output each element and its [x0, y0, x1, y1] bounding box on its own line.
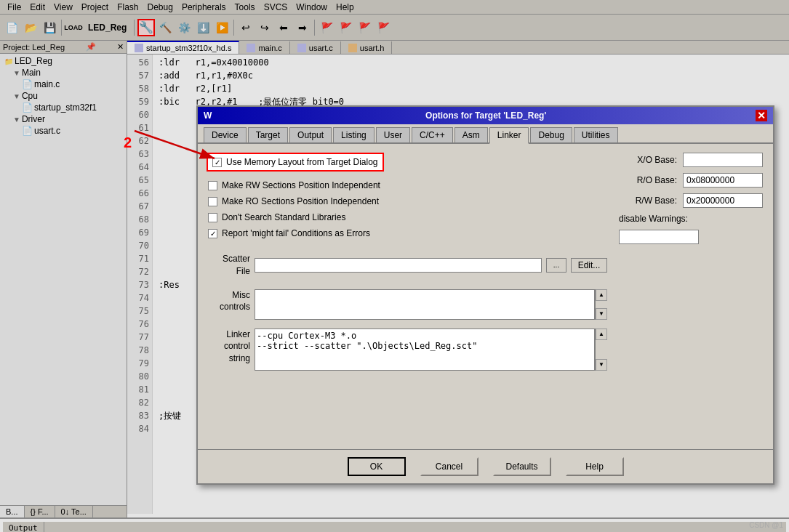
ide-window: File Edit View Project Flash Debug Perip…: [0, 0, 789, 532]
disable-warnings-input-row: [619, 230, 764, 244]
misc-scroll-up[interactable]: ▲: [596, 289, 607, 301]
field-disable-warnings: disable Warnings:: [619, 214, 764, 224]
option-rw-independent[interactable]: Make RW Sections Position Independent: [207, 177, 607, 193]
dialog-close-btn[interactable]: ✕: [756, 110, 767, 121]
misc-section: Misccontrols ▲ ▼: [207, 289, 607, 320]
checkbox-use-memory[interactable]: [212, 158, 222, 167]
checkbox-fail[interactable]: [208, 229, 217, 238]
option-no-stdlib-label: Don't Search Standard Libraries: [222, 212, 345, 222]
disable-warnings-label: disable Warnings:: [619, 214, 688, 224]
rw-base-input[interactable]: [683, 193, 763, 208]
dialog-overlay: W Options for Target 'LED_Reg' ✕ Device …: [0, 0, 789, 532]
watermark: CSDN @1: [749, 521, 783, 529]
dialog-tab-asm[interactable]: Asm: [454, 127, 488, 142]
scatter-browse-btn[interactable]: ...: [546, 258, 566, 273]
linker-scroll-down[interactable]: ▼: [596, 359, 607, 371]
dialog-tab-target[interactable]: Target: [248, 127, 288, 142]
defaults-btn[interactable]: Defaults: [493, 457, 551, 476]
dialog-tab-listing[interactable]: Listing: [333, 127, 375, 142]
field-ro-base: R/O Base:: [619, 173, 764, 188]
linker-scrollbar: ▲ ▼: [595, 329, 607, 371]
scatter-edit-btn[interactable]: Edit...: [571, 258, 607, 273]
option-use-memory-layout[interactable]: Use Memory Layout from Target Dialog: [207, 153, 384, 172]
dialog-buttons: OK Cancel Defaults Help: [198, 449, 773, 483]
dialog-tab-cpp[interactable]: C/C++: [412, 127, 453, 142]
dialog-tab-device[interactable]: Device: [204, 127, 247, 142]
linker-textarea[interactable]: --cpu Cortex-M3 *.o --strict --scatter "…: [255, 329, 595, 371]
dialog-title-icon: W: [204, 110, 212, 121]
misc-textarea[interactable]: [255, 289, 595, 320]
dialog-tab-linker[interactable]: Linker: [489, 127, 529, 144]
options-dialog: W Options for Target 'LED_Reg' ✕ Device …: [196, 105, 774, 485]
option-rw-label: Make RW Sections Position Independent: [222, 180, 380, 190]
dialog-tabs: Device Target Output Listing User C/C++ …: [198, 124, 773, 144]
help-btn[interactable]: Help: [566, 457, 624, 476]
option-ro-independent[interactable]: Make RO Sections Position Independent: [207, 193, 607, 209]
scatter-label: ScatterFile: [207, 253, 250, 278]
xo-base-input[interactable]: [683, 153, 763, 167]
dialog-tab-debug[interactable]: Debug: [530, 127, 572, 142]
cancel-btn[interactable]: Cancel: [420, 457, 478, 476]
field-xo-base: X/O Base:: [619, 153, 764, 167]
checkbox-stdlib[interactable]: [208, 213, 217, 222]
option-no-stdlib[interactable]: Don't Search Standard Libraries: [207, 209, 607, 225]
option-report-fail-label: Report 'might fail' Conditions as Errors: [222, 228, 370, 238]
checkbox-rw[interactable]: [208, 181, 217, 190]
misc-scrollbar: ▲ ▼: [595, 289, 607, 320]
option-use-memory-label: Use Memory Layout from Target Dialog: [226, 157, 378, 167]
option-ro-label: Make RO Sections Position Independent: [222, 196, 379, 206]
dialog-right: X/O Base: R/O Base: R/W Base: disable Wa…: [619, 153, 764, 440]
dialog-content: Use Memory Layout from Target Dialog Mak…: [198, 144, 773, 449]
misc-label: Misccontrols: [207, 289, 250, 314]
dialog-tab-output[interactable]: Output: [289, 127, 332, 142]
field-rw-base: R/W Base:: [619, 193, 764, 208]
dialog-title-text: Options for Target 'LED_Reg': [425, 110, 546, 121]
linker-section: Linkercontrolstring --cpu Cortex-M3 *.o …: [207, 329, 607, 371]
scatter-input[interactable]: [255, 258, 542, 273]
ro-base-input[interactable]: [683, 173, 763, 188]
misc-scroll-down[interactable]: ▼: [596, 308, 607, 320]
dialog-tab-user[interactable]: User: [376, 127, 410, 142]
linker-label: Linkercontrolstring: [207, 329, 250, 365]
checkbox-ro[interactable]: [208, 197, 217, 206]
disable-warnings-input[interactable]: [619, 230, 699, 244]
xo-base-label: X/O Base:: [619, 155, 677, 165]
scatter-section: ScatterFile ... Edit...: [207, 253, 607, 278]
dialog-tab-utilities[interactable]: Utilities: [574, 127, 618, 142]
dialog-titlebar: W Options for Target 'LED_Reg' ✕: [198, 107, 773, 124]
rw-base-label: R/W Base:: [619, 196, 677, 206]
ok-btn[interactable]: OK: [348, 457, 406, 476]
linker-scroll-up[interactable]: ▲: [596, 329, 607, 340]
option-report-fail[interactable]: Report 'might fail' Conditions as Errors: [207, 225, 607, 241]
dialog-left: Use Memory Layout from Target Dialog Mak…: [207, 153, 607, 440]
ro-base-label: R/O Base:: [619, 175, 677, 185]
